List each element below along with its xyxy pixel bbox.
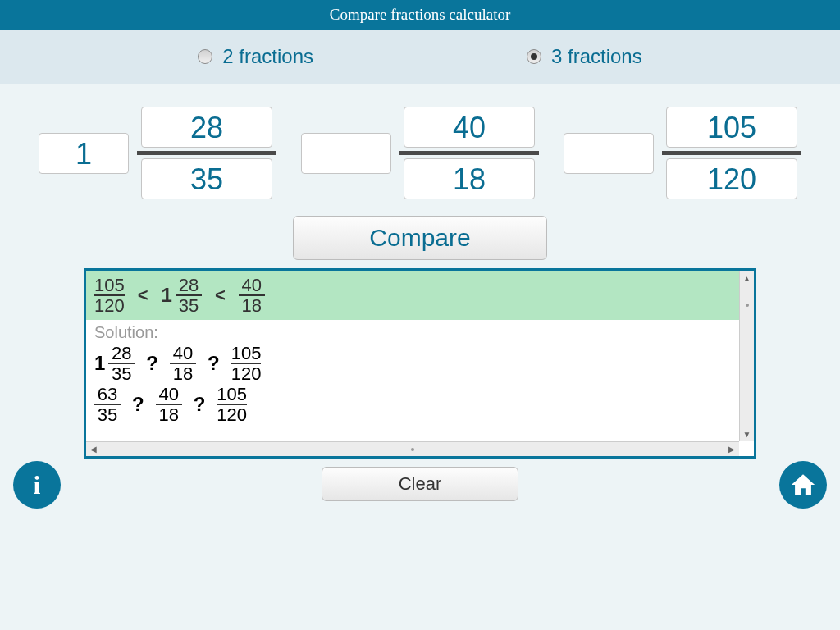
page-title: Compare fractions calculator: [0, 0, 840, 30]
numerator-input-3[interactable]: 105: [666, 107, 797, 148]
denominator-input-3[interactable]: 120: [666, 158, 797, 199]
numerator-input-1[interactable]: 28: [141, 107, 272, 148]
radio-label-3: 3 fractions: [551, 45, 642, 68]
home-button[interactable]: [779, 461, 827, 509]
scroll-down-icon[interactable]: ▼: [740, 427, 754, 441]
solution-step-2: 6335 ? 4018 ? 105120: [86, 385, 754, 424]
denominator-input-2[interactable]: 18: [404, 158, 535, 199]
solution-step-1: 1 2835 ? 4018 ? 105120: [86, 344, 754, 383]
fraction-bar-2: [399, 151, 539, 155]
result-panel: 105120 < 1 2835 < 4018 Solution: 1 2835 …: [84, 268, 756, 459]
whole-input-3[interactable]: [564, 133, 654, 174]
radio-circle-2[interactable]: [198, 49, 212, 64]
radio-circle-3[interactable]: [527, 49, 541, 64]
mode-radio-bar: 2 fractions 3 fractions: [0, 30, 840, 84]
numerator-input-2[interactable]: 40: [404, 107, 535, 148]
scroll-right-icon[interactable]: ▶: [724, 442, 739, 456]
compare-button[interactable]: Compare: [293, 216, 547, 260]
home-icon: [789, 471, 817, 499]
result-content: 105120 < 1 2835 < 4018 Solution: 1 2835 …: [86, 271, 754, 456]
result-ordered-row: 105120 < 1 2835 < 4018: [86, 271, 754, 320]
clear-button[interactable]: Clear: [322, 467, 518, 501]
vertical-scrollbar[interactable]: ▲ ▼: [739, 271, 754, 441]
result-frac-2: 1 2835: [162, 276, 202, 315]
less-than-1: <: [138, 285, 148, 306]
whole-input-2[interactable]: [301, 133, 391, 174]
result-frac-3: 4018: [239, 276, 265, 315]
scroll-up-icon[interactable]: ▲: [740, 271, 754, 285]
less-than-2: <: [215, 285, 226, 306]
fraction-bar-1: [137, 151, 276, 155]
denominator-input-1[interactable]: 35: [141, 158, 272, 199]
fraction-input-1: 1 28 35: [39, 107, 276, 199]
horizontal-scrollbar[interactable]: ◀ ▶: [86, 441, 739, 456]
radio-3-fractions[interactable]: 3 fractions: [527, 45, 642, 68]
fraction-input-3: 105 120: [564, 107, 801, 199]
result-frac-1: 105120: [94, 276, 125, 315]
info-button[interactable]: i: [13, 461, 61, 509]
radio-label-2: 2 fractions: [222, 45, 313, 68]
whole-input-1[interactable]: 1: [39, 133, 129, 174]
radio-2-fractions[interactable]: 2 fractions: [198, 45, 313, 68]
fraction-bar-3: [662, 151, 801, 155]
info-icon: i: [34, 470, 41, 500]
solution-label: Solution:: [86, 320, 754, 342]
fraction-input-2: 40 18: [301, 107, 539, 199]
fraction-inputs-row: 1 28 35 40 18 105 120: [0, 107, 840, 199]
scroll-left-icon[interactable]: ◀: [86, 442, 101, 456]
